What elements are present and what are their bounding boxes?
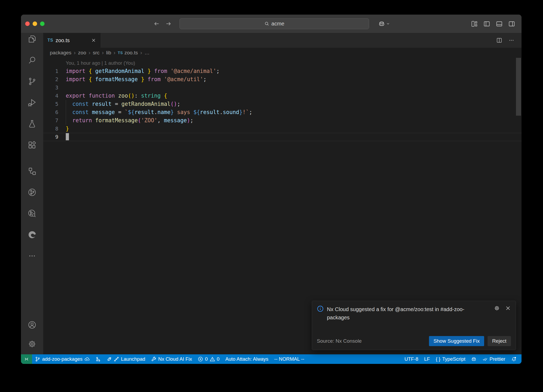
run-and-debug-icon[interactable] — [28, 98, 37, 107]
statusbar-item-encoding[interactable]: UTF-8 — [401, 354, 421, 364]
wrench-icon — [151, 356, 156, 362]
code-line-5[interactable]: 5 const result = getRandomAnimal(); — [43, 100, 522, 108]
explorer-icon[interactable] — [28, 34, 37, 43]
breadcrumb-separator-icon: › — [113, 50, 115, 56]
toggle-primary-sidebar-icon[interactable] — [484, 21, 490, 27]
testing-icon[interactable] — [28, 119, 37, 128]
copilot-icon — [471, 356, 476, 362]
search-view-icon[interactable] — [28, 56, 37, 65]
commit-graph-icon — [95, 356, 101, 362]
notification-source: Source: Nx Console — [317, 338, 362, 344]
source-control-branch-icon — [35, 356, 40, 362]
statusbar-item-problems[interactable]: 00 — [195, 354, 222, 364]
line-number: 8 — [43, 125, 58, 133]
statusbar-item-notifications[interactable] — [508, 354, 519, 364]
indent-guide — [66, 116, 66, 125]
statusbar-item-remote[interactable] — [21, 354, 32, 364]
tab-bar: TS zoo.ts — [43, 33, 522, 48]
breadcrumb: packages›zoo›src›lib›TSzoo.ts›… — [43, 48, 522, 58]
search-icon — [264, 21, 269, 26]
git-graph-icon[interactable] — [28, 188, 37, 197]
breadcrumb-separator-icon: › — [74, 50, 76, 56]
statusbar-item-nx-cloud-ai-fix[interactable]: Nx Cloud AI Fix — [148, 354, 195, 364]
statusbar-label: -- NORMAL -- — [274, 356, 304, 362]
statusbar-item-language[interactable]: { }TypeScript — [433, 354, 468, 364]
bell-dot-icon — [511, 356, 516, 362]
close-notification-icon[interactable] — [505, 305, 511, 322]
navigate-forward-icon[interactable] — [165, 21, 172, 27]
reject-button[interactable]: Reject — [488, 336, 511, 346]
command-center-search[interactable]: acme — [179, 18, 369, 29]
statusbar-label: add-zoo-packages — [42, 356, 82, 362]
statusbar-item-eol[interactable]: LF — [421, 354, 433, 364]
statusbar-label: TypeScript — [442, 356, 465, 362]
tab-zoo-ts[interactable]: TS zoo.ts — [43, 33, 100, 48]
zoom-window-button[interactable] — [40, 21, 45, 26]
minimize-window-button[interactable] — [33, 21, 37, 26]
statusbar-item-copilot[interactable] — [468, 354, 479, 364]
line-number: 1 — [43, 67, 58, 75]
close-window-button[interactable] — [25, 21, 30, 26]
close-tab-icon[interactable] — [91, 38, 96, 43]
account-icon[interactable] — [28, 320, 37, 329]
split-editor-icon[interactable] — [496, 37, 502, 43]
ts-file-icon: TS — [47, 38, 53, 43]
breadcrumb-item-src[interactable]: src — [93, 50, 99, 56]
line-number: 7 — [43, 116, 58, 125]
statusbar-item-prettier[interactable]: Prettier — [479, 354, 508, 364]
show-suggested-fix-button[interactable]: Show Suggested Fix — [429, 336, 484, 346]
indent-guide — [66, 108, 66, 116]
project-hierarchy-icon[interactable] — [28, 167, 37, 176]
more-views-icon[interactable] — [28, 251, 37, 260]
code-line-4[interactable]: 4export function zoo(): string { — [43, 92, 522, 100]
statusbar-label: 0 — [205, 356, 208, 362]
commit-search-icon[interactable] — [28, 209, 37, 218]
vscode-window: acme — [21, 15, 522, 364]
settings-gear-icon[interactable] — [28, 339, 37, 349]
statusbar-label: Launchpad — [121, 356, 145, 362]
statusbar-label: Prettier — [489, 356, 505, 362]
status-bar: add-zoo-packagesLaunchpadNx Cloud AI Fix… — [21, 354, 522, 364]
statusbar-label: 0 — [217, 356, 220, 362]
toggle-panel-icon[interactable] — [496, 21, 502, 27]
breadcrumb-separator-icon: › — [140, 50, 142, 56]
cloud-upload-icon — [84, 356, 90, 362]
indent-guide — [66, 100, 66, 108]
breadcrumb-item-packages[interactable]: packages — [50, 50, 71, 56]
customize-layout-icon[interactable] — [471, 21, 478, 27]
source-control-icon[interactable] — [28, 77, 37, 86]
editor-cursor — [66, 133, 69, 140]
line-number: 5 — [43, 100, 58, 108]
notification-settings-gear-icon[interactable] — [494, 305, 500, 322]
code-line-2[interactable]: 2import { formatMessage } from '@acme/ut… — [43, 75, 522, 84]
code-line-1[interactable]: 1import { getRandomAnimal } from '@acme/… — [43, 67, 522, 75]
extensions-icon[interactable] — [28, 141, 37, 150]
line-number: 3 — [43, 84, 58, 92]
breadcrumb-item-zoo[interactable]: zoo — [78, 50, 86, 56]
breadcrumb-item-zoots[interactable]: TSzoo.ts — [118, 50, 138, 56]
edge-devtools-icon[interactable] — [28, 230, 37, 239]
error-icon — [198, 356, 203, 362]
git-blame-annotation: You, 1 hour ago | 1 author (You) — [43, 59, 522, 67]
tab-label: zoo.ts — [55, 37, 69, 43]
braces-icon: { } — [436, 356, 440, 362]
copilot-menu-button[interactable] — [378, 15, 390, 33]
statusbar-item-source-control-graph[interactable] — [93, 354, 104, 364]
statusbar-item-auto-attach[interactable]: Auto Attach: Always — [222, 354, 271, 364]
line-number: 2 — [43, 75, 58, 84]
editor-more-actions-icon[interactable] — [509, 37, 514, 43]
navigate-back-icon[interactable] — [154, 21, 160, 27]
statusbar-item-vim-mode[interactable]: -- NORMAL -- — [271, 354, 307, 364]
code-line-8[interactable]: 8} — [43, 125, 522, 133]
statusbar-item-branch[interactable]: add-zoo-packages — [32, 354, 93, 364]
breadcrumb-item-[interactable]: … — [144, 50, 150, 56]
code-line-6[interactable]: 6 const message = `${result.name} says $… — [43, 108, 522, 116]
toggle-secondary-sidebar-icon[interactable] — [509, 21, 515, 27]
code-line-3[interactable]: 3 — [43, 84, 522, 92]
code-line-9[interactable]: 9 — [43, 133, 522, 141]
code-line-7[interactable]: 7 return formatMessage('ZOO', message); — [43, 116, 522, 125]
check-double-icon — [482, 356, 488, 362]
breadcrumb-item-lib[interactable]: lib — [106, 50, 111, 56]
statusbar-item-launchpad[interactable]: Launchpad — [104, 354, 148, 364]
notification-message: Nx Cloud suggested a fix for @acme/zoo:t… — [327, 305, 480, 322]
